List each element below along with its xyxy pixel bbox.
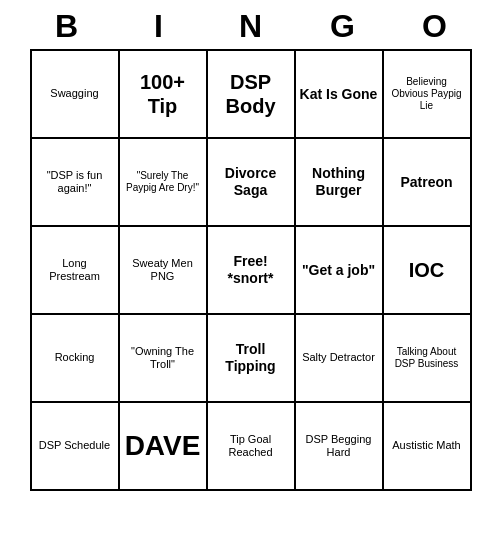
header-n: N: [207, 8, 295, 45]
bingo-cell: Sweaty Men PNG: [120, 227, 208, 315]
header-o: O: [391, 8, 479, 45]
bingo-cell: Long Prestream: [32, 227, 120, 315]
bingo-cell: Free! *snort*: [208, 227, 296, 315]
bingo-cell: Swagging: [32, 51, 120, 139]
bingo-cell: Patreon: [384, 139, 472, 227]
bingo-grid: Swagging100+ TipDSP BodyKat Is GoneBelie…: [30, 49, 472, 491]
bingo-cell: Kat Is Gone: [296, 51, 384, 139]
bingo-cell: Believing Obvious Paypig Lie: [384, 51, 472, 139]
header-i: I: [115, 8, 203, 45]
header-g: G: [299, 8, 387, 45]
bingo-cell: 100+ Tip: [120, 51, 208, 139]
bingo-cell: Salty Detractor: [296, 315, 384, 403]
bingo-header: B I N G O: [21, 0, 481, 49]
bingo-cell: DAVE: [120, 403, 208, 491]
bingo-cell: DSP Begging Hard: [296, 403, 384, 491]
header-b: B: [23, 8, 111, 45]
bingo-cell: Austistic Math: [384, 403, 472, 491]
bingo-cell: Troll Tipping: [208, 315, 296, 403]
bingo-cell: IOC: [384, 227, 472, 315]
bingo-cell: DSP Body: [208, 51, 296, 139]
bingo-cell: "Get a job": [296, 227, 384, 315]
bingo-cell: DSP Schedule: [32, 403, 120, 491]
bingo-cell: Nothing Burger: [296, 139, 384, 227]
bingo-cell: "Surely The Paypig Are Dry!": [120, 139, 208, 227]
bingo-cell: Tip Goal Reached: [208, 403, 296, 491]
bingo-cell: Divorce Saga: [208, 139, 296, 227]
bingo-cell: "Owning The Troll": [120, 315, 208, 403]
bingo-cell: "DSP is fun again!": [32, 139, 120, 227]
bingo-cell: Rocking: [32, 315, 120, 403]
bingo-cell: Talking About DSP Business: [384, 315, 472, 403]
